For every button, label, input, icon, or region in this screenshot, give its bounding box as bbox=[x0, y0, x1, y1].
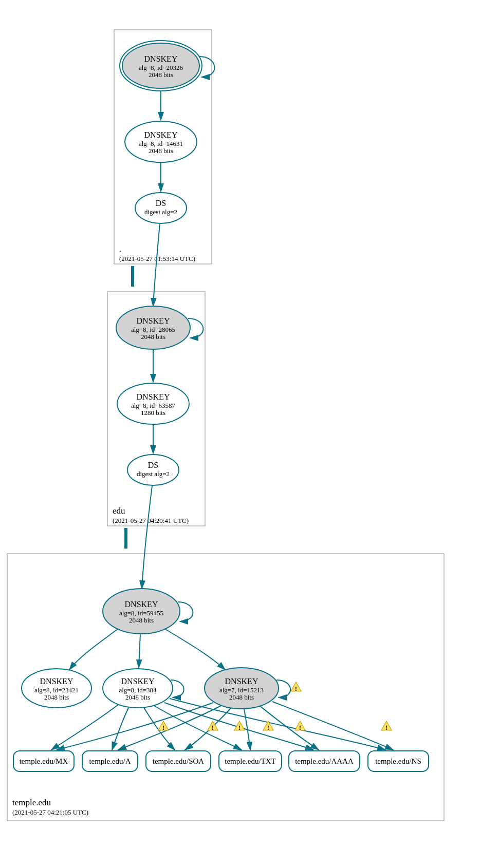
svg-text:DNSKEY: DNSKEY bbox=[125, 600, 158, 609]
zone-temple: temple.edu (2021-05-27 04:21:05 UTC) DNS… bbox=[7, 486, 444, 821]
svg-text:digest alg=2: digest alg=2 bbox=[144, 208, 177, 216]
svg-text:1280 bits: 1280 bits bbox=[141, 409, 165, 417]
rr-soa[interactable]: temple.edu/SOA bbox=[146, 751, 211, 771]
svg-text:!: ! bbox=[267, 724, 269, 731]
zone-edu: edu (2021-05-27 04:20:41 UTC) DNSKEY alg… bbox=[107, 224, 205, 526]
warn-icon: ! bbox=[263, 721, 273, 731]
svg-text:alg=8, id=384: alg=8, id=384 bbox=[119, 686, 157, 694]
svg-text:temple.edu/MX: temple.edu/MX bbox=[20, 757, 68, 765]
svg-text:DNSKEY: DNSKEY bbox=[137, 316, 170, 325]
svg-text:2048 bits: 2048 bits bbox=[141, 333, 165, 341]
node-edu-ds[interactable]: DS digest alg=2 bbox=[127, 455, 179, 485]
edge-ksk-k3 bbox=[164, 629, 225, 670]
node-temple-k3[interactable]: DNSKEY alg=7, id=15213 2048 bits bbox=[205, 668, 279, 709]
svg-text:alg=8, id=28065: alg=8, id=28065 bbox=[131, 326, 175, 333]
svg-text:DNSKEY: DNSKEY bbox=[137, 392, 170, 401]
rr-txt[interactable]: temple.edu/TXT bbox=[219, 751, 282, 771]
edge-k3-a bbox=[118, 706, 221, 750]
svg-text:DNSKEY: DNSKEY bbox=[121, 677, 155, 686]
edge-ksk-k2 bbox=[139, 634, 140, 668]
zone-root-label: . bbox=[119, 244, 121, 254]
node-root-zsk[interactable]: DNSKEY alg=8, id=14631 2048 bits bbox=[125, 121, 197, 162]
node-temple-ksk[interactable]: DNSKEY alg=8, id=59455 2048 bits bbox=[103, 589, 180, 634]
svg-text:DNSKEY: DNSKEY bbox=[225, 677, 258, 686]
svg-text:DS: DS bbox=[148, 461, 158, 469]
svg-text:alg=8, id=63587: alg=8, id=63587 bbox=[131, 402, 176, 409]
svg-text:!: ! bbox=[299, 724, 301, 731]
node-root-ksk[interactable]: DNSKEY alg=8, id=20326 2048 bits bbox=[120, 41, 202, 91]
zone-root: . (2021-05-27 01:53:14 UTC) DNSKEY alg=8… bbox=[114, 30, 214, 264]
rr-aaaa[interactable]: temple.edu/AAAA bbox=[289, 751, 360, 771]
node-temple-k1[interactable]: DNSKEY alg=8, id=23421 2048 bits bbox=[22, 669, 91, 708]
svg-text:2048 bits: 2048 bits bbox=[44, 693, 69, 701]
svg-text:!: ! bbox=[295, 685, 297, 692]
svg-text:DNSKEY: DNSKEY bbox=[40, 677, 73, 686]
svg-text:temple.edu/A: temple.edu/A bbox=[89, 757, 131, 765]
rr-mx[interactable]: temple.edu/MX bbox=[13, 751, 74, 771]
svg-text:!: ! bbox=[238, 724, 241, 731]
rr-a[interactable]: temple.edu/A bbox=[82, 751, 138, 771]
zone-temple-label: temple.edu bbox=[12, 798, 51, 807]
svg-text:2048 bits: 2048 bits bbox=[149, 147, 173, 155]
svg-text:!: ! bbox=[212, 724, 214, 731]
svg-text:alg=8, id=20326: alg=8, id=20326 bbox=[139, 64, 183, 71]
svg-text:DNSKEY: DNSKEY bbox=[144, 54, 178, 63]
svg-text:alg=7, id=15213: alg=7, id=15213 bbox=[219, 686, 264, 694]
rr-ns[interactable]: temple.edu/NS bbox=[368, 751, 429, 771]
svg-text:temple.edu/TXT: temple.edu/TXT bbox=[225, 757, 276, 765]
svg-text:digest alg=2: digest alg=2 bbox=[137, 470, 170, 478]
node-edu-zsk[interactable]: DNSKEY alg=8, id=63587 1280 bits bbox=[117, 383, 189, 424]
svg-text:temple.edu/SOA: temple.edu/SOA bbox=[153, 757, 205, 765]
svg-text:temple.edu/AAAA: temple.edu/AAAA bbox=[295, 757, 354, 765]
node-edu-ksk[interactable]: DNSKEY alg=8, id=28065 2048 bits bbox=[116, 306, 190, 349]
svg-text:alg=8, id=23421: alg=8, id=23421 bbox=[34, 686, 79, 694]
svg-text:!: ! bbox=[162, 724, 164, 731]
edge-root-ds-edu-ksk bbox=[153, 224, 160, 306]
svg-text:temple.edu/NS: temple.edu/NS bbox=[375, 757, 421, 765]
dnssec-graph: . (2021-05-27 01:53:14 UTC) DNSKEY alg=8… bbox=[0, 0, 499, 868]
zone-temple-timestamp: (2021-05-27 04:21:05 UTC) bbox=[12, 808, 88, 816]
svg-text:alg=8, id=59455: alg=8, id=59455 bbox=[119, 609, 163, 617]
warn-icon: ! bbox=[381, 721, 392, 731]
svg-text:alg=8, id=14631: alg=8, id=14631 bbox=[139, 140, 183, 147]
warn-icon: ! bbox=[291, 682, 301, 692]
svg-text:!: ! bbox=[385, 724, 387, 731]
warn-icon: ! bbox=[295, 721, 305, 731]
edge-k2-mx bbox=[51, 705, 118, 750]
svg-text:2048 bits: 2048 bits bbox=[129, 616, 154, 624]
edge-k2-a bbox=[112, 708, 128, 750]
zone-edu-timestamp: (2021-05-27 04:20:41 UTC) bbox=[113, 517, 189, 524]
svg-text:2048 bits: 2048 bits bbox=[149, 71, 173, 79]
node-root-ds[interactable]: DS digest alg=2 bbox=[135, 193, 187, 223]
edge-edu-ds-temple-ksk bbox=[142, 486, 152, 589]
svg-text:2048 bits: 2048 bits bbox=[125, 693, 150, 701]
warn-icon: ! bbox=[158, 721, 169, 731]
svg-text:2048 bits: 2048 bits bbox=[229, 693, 254, 701]
node-temple-k2[interactable]: DNSKEY alg=8, id=384 2048 bits bbox=[103, 669, 173, 708]
edge-ksk-k1 bbox=[69, 629, 118, 670]
svg-text:DS: DS bbox=[156, 199, 166, 207]
svg-text:DNSKEY: DNSKEY bbox=[144, 130, 178, 139]
zone-edu-label: edu bbox=[113, 506, 125, 516]
